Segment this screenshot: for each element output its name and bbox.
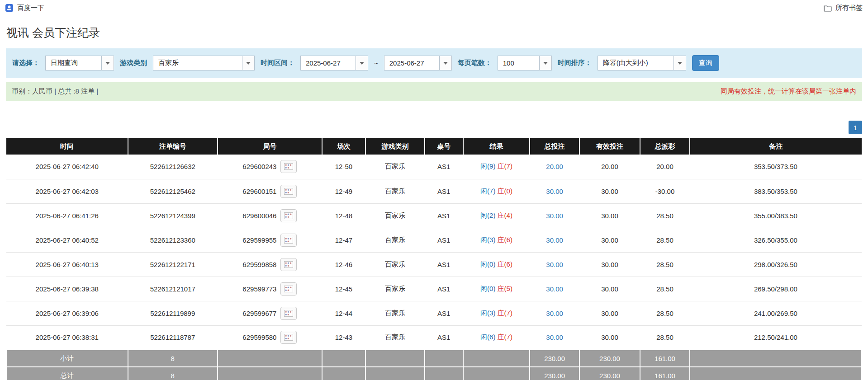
date-from-select[interactable]: 2025-06-27 (300, 56, 368, 70)
bet-id-cell: 522612118787 (128, 325, 218, 350)
total-bet-link[interactable]: 30.00 (546, 261, 563, 268)
note-cell: 269.50/298.00 (690, 277, 862, 301)
chevron-down-icon[interactable] (539, 56, 551, 70)
total-bet-link[interactable]: 30.00 (546, 188, 563, 195)
table-row: 2025-06-27 06:41:26 522612124399 6296000… (6, 203, 862, 228)
round-id: 629599773 (242, 285, 276, 293)
page-title: 视讯 会员下注纪录 (0, 16, 868, 48)
table-row: 2025-06-27 06:39:06 522612119899 6295996… (6, 301, 862, 325)
header-game-type: 游戏类别 (365, 138, 424, 155)
result-cell: 闲(6) 庄(7) (463, 325, 530, 350)
result-banker: 庄(7) (498, 309, 512, 317)
result-player: 闲(0) (480, 260, 495, 268)
total-bet-link[interactable]: 30.00 (546, 285, 563, 293)
total-bet-link[interactable]: 30.00 (546, 333, 563, 341)
game-type-cell: 百家乐 (365, 301, 424, 325)
roadmap-icon-button[interactable] (280, 307, 297, 320)
result-player: 闲(9) (480, 162, 495, 170)
bookmark-baidu[interactable]: 百度一下 (5, 4, 44, 12)
roadmap-icon-button[interactable] (280, 258, 297, 271)
date-to-select[interactable]: 2025-06-27 (384, 56, 452, 70)
round-id: 629599677 (242, 310, 276, 317)
time-cell: 2025-06-27 06:41:26 (6, 203, 128, 228)
table-header: 时间 注单编号 局号 场次 游戏类别 桌号 结果 总投注 有效投注 总派彩 备注 (6, 138, 862, 155)
bookmarks-bar: 百度一下 所有书签 (0, 0, 868, 16)
page-size-value: 100 (498, 56, 539, 70)
table-row: 2025-06-27 06:42:03 522612125462 6296001… (6, 179, 862, 203)
table-no-cell: AS1 (425, 203, 463, 228)
chevron-down-icon[interactable] (439, 56, 451, 70)
note-cell: 383.50/353.50 (690, 179, 862, 203)
round-id: 629599955 (242, 236, 276, 244)
result-cell: 闲(0) 庄(5) (463, 277, 530, 301)
search-button[interactable]: 查询 (692, 55, 719, 71)
valid-bet-cell: 30.00 (579, 228, 640, 252)
round-cell: 629600046 (218, 203, 322, 228)
bet-id-cell: 522612122171 (128, 252, 218, 277)
total-bet-link[interactable]: 30.00 (546, 212, 563, 220)
total-bet-cell: 30.00 (530, 203, 579, 228)
header-result: 结果 (463, 138, 530, 155)
payout-cell: -30.00 (640, 179, 690, 203)
table-row: 2025-06-27 06:40:52 522612123360 6295999… (6, 228, 862, 252)
time-cell: 2025-06-27 06:42:40 (6, 155, 128, 179)
result-banker: 庄(0) (498, 187, 512, 195)
game-type-cell: 百家乐 (365, 277, 424, 301)
roadmap-icon-button[interactable] (280, 234, 297, 247)
all-bookmarks-label: 所有书签 (835, 4, 863, 12)
sort-order-select[interactable]: 降幂(由大到小) (598, 56, 686, 70)
game-type-cell: 百家乐 (365, 179, 424, 203)
roadmap-icon-button[interactable] (280, 185, 297, 198)
date-type-select[interactable]: 日期查询 (45, 56, 114, 70)
header-total-bet: 总投注 (530, 138, 579, 155)
chevron-down-icon[interactable] (356, 56, 368, 70)
roadmap-icon-button[interactable] (280, 331, 297, 344)
note-cell: 298.00/326.50 (690, 252, 862, 277)
round-id: 629599580 (242, 333, 276, 341)
game-type-select[interactable]: 百家乐 (153, 56, 255, 70)
total-bet-link[interactable]: 20.00 (546, 163, 563, 170)
session-cell: 12-44 (322, 301, 365, 325)
payout-cell: 20.00 (640, 155, 690, 179)
roadmap-icon-button[interactable] (280, 282, 297, 296)
note-cell: 212.50/241.00 (690, 325, 862, 350)
bookmark-label: 百度一下 (17, 4, 44, 12)
total-bet-link[interactable]: 30.00 (546, 310, 563, 317)
page-size-select[interactable]: 100 (498, 56, 552, 70)
session-cell: 12-47 (322, 228, 365, 252)
all-bookmarks-button[interactable]: 所有书签 (824, 4, 863, 12)
roadmap-icon-button[interactable] (280, 160, 297, 173)
result-player: 闲(6) (480, 333, 495, 341)
table-row: 2025-06-27 06:38:31 522612118787 6295995… (6, 325, 862, 350)
result-banker: 庄(7) (498, 333, 512, 341)
header-bet-id: 注单编号 (128, 138, 218, 155)
result-player: 闲(7) (480, 187, 495, 195)
table-footer: 小计 8 230.00 230.00 161.00 总计 8 230.00 23… (6, 350, 862, 380)
game-type-value: 百家乐 (153, 56, 242, 70)
grand-total-payout: 161.00 (640, 367, 690, 380)
bet-id-cell: 522612125462 (128, 179, 218, 203)
time-cell: 2025-06-27 06:40:52 (6, 228, 128, 252)
grand-total-label: 总计 (6, 367, 128, 380)
result-player: 闲(3) (480, 309, 495, 317)
total-bet-cell: 30.00 (530, 277, 579, 301)
total-bet-link[interactable]: 30.00 (546, 236, 563, 244)
sort-order-value: 降幂(由大到小) (598, 56, 674, 70)
filter-label-select: 请选择： (12, 59, 39, 67)
chevron-down-icon[interactable] (242, 56, 254, 70)
total-bet-cell: 30.00 (530, 252, 579, 277)
chevron-down-icon[interactable] (101, 56, 114, 70)
result-banker: 庄(6) (498, 260, 512, 268)
bet-id-cell: 522612124399 (128, 203, 218, 228)
chevron-down-icon[interactable] (674, 56, 686, 70)
table-no-cell: AS1 (425, 277, 463, 301)
result-banker: 庄(6) (498, 236, 512, 244)
game-type-cell: 百家乐 (365, 203, 424, 228)
page-1-button[interactable]: 1 (849, 121, 862, 134)
roadmap-icon-button[interactable] (280, 209, 297, 222)
session-cell: 12-43 (322, 325, 365, 350)
total-bet-cell: 30.00 (530, 179, 579, 203)
time-cell: 2025-06-27 06:39:06 (6, 301, 128, 325)
subtotal-label: 小计 (6, 350, 128, 367)
subtotal-count: 8 (128, 350, 218, 367)
